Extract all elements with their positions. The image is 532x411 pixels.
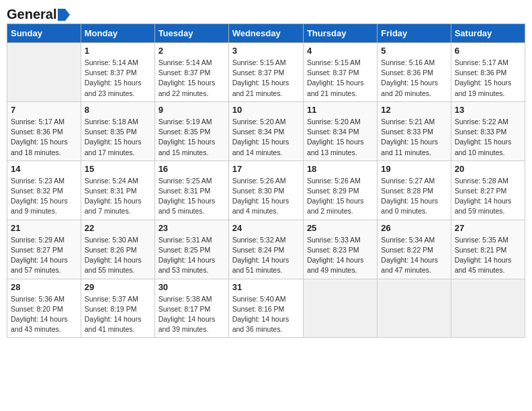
calendar-cell: 5Sunrise: 5:16 AM Sunset: 8:36 PM Daylig… [378,43,451,102]
weekday-header-tuesday: Tuesday [154,24,228,43]
logo-general: General [7,7,56,22]
calendar-cell: 11Sunrise: 5:20 AM Sunset: 8:34 PM Dayli… [303,101,377,161]
calendar-cell: 4Sunrise: 5:15 AM Sunset: 8:37 PM Daylig… [303,43,377,102]
calendar-cell: 21Sunrise: 5:29 AM Sunset: 8:27 PM Dayli… [7,220,81,279]
calendar-cell: 31Sunrise: 5:40 AM Sunset: 8:16 PM Dayli… [228,279,303,338]
day-info: Sunrise: 5:38 AM Sunset: 8:17 PM Dayligh… [159,294,225,335]
day-number: 9 [159,105,225,115]
header: General [7,7,525,19]
calendar-cell [451,279,525,338]
day-info: Sunrise: 5:34 AM Sunset: 8:22 PM Dayligh… [381,235,447,276]
calendar-table: SundayMondayTuesdayWednesdayThursdayFrid… [7,24,525,338]
day-number: 17 [232,164,300,174]
day-info: Sunrise: 5:17 AM Sunset: 8:36 PM Dayligh… [455,58,521,99]
day-info: Sunrise: 5:20 AM Sunset: 8:34 PM Dayligh… [307,117,373,158]
weekday-header-saturday: Saturday [451,24,525,43]
day-info: Sunrise: 5:31 AM Sunset: 8:25 PM Dayligh… [159,235,225,276]
weekday-header-sunday: Sunday [7,24,81,43]
day-number: 13 [455,105,521,115]
day-number: 19 [381,164,447,174]
calendar-cell: 27Sunrise: 5:35 AM Sunset: 8:21 PM Dayli… [451,220,525,279]
weekday-header-wednesday: Wednesday [228,24,303,43]
day-number: 22 [85,223,151,233]
day-number: 18 [307,164,373,174]
day-info: Sunrise: 5:32 AM Sunset: 8:24 PM Dayligh… [232,235,300,276]
calendar-cell: 2Sunrise: 5:14 AM Sunset: 8:37 PM Daylig… [154,43,228,102]
day-info: Sunrise: 5:22 AM Sunset: 8:33 PM Dayligh… [455,117,521,158]
calendar-cell: 24Sunrise: 5:32 AM Sunset: 8:24 PM Dayli… [228,220,303,279]
day-number: 23 [159,223,225,233]
day-info: Sunrise: 5:16 AM Sunset: 8:36 PM Dayligh… [381,58,447,99]
day-info: Sunrise: 5:15 AM Sunset: 8:37 PM Dayligh… [232,58,300,99]
weekday-header-monday: Monday [81,24,154,43]
calendar-cell: 30Sunrise: 5:38 AM Sunset: 8:17 PM Dayli… [154,279,228,338]
calendar-cell: 1Sunrise: 5:14 AM Sunset: 8:37 PM Daylig… [81,43,154,102]
calendar-cell: 22Sunrise: 5:30 AM Sunset: 8:26 PM Dayli… [81,220,154,279]
day-number: 11 [307,105,373,115]
calendar-cell: 7Sunrise: 5:17 AM Sunset: 8:36 PM Daylig… [7,101,81,161]
day-info: Sunrise: 5:17 AM Sunset: 8:36 PM Dayligh… [11,117,77,158]
day-number: 7 [11,105,77,115]
weekday-header-thursday: Thursday [303,24,377,43]
day-info: Sunrise: 5:29 AM Sunset: 8:27 PM Dayligh… [11,235,77,276]
day-number: 8 [85,105,151,115]
calendar-cell [7,43,81,102]
calendar-cell: 17Sunrise: 5:26 AM Sunset: 8:30 PM Dayli… [228,161,303,220]
day-number: 1 [85,46,151,56]
day-number: 28 [11,282,77,292]
day-number: 2 [159,46,225,56]
day-info: Sunrise: 5:35 AM Sunset: 8:21 PM Dayligh… [455,235,521,276]
calendar-cell: 9Sunrise: 5:19 AM Sunset: 8:35 PM Daylig… [154,101,228,161]
calendar-cell [303,279,377,338]
calendar-cell: 26Sunrise: 5:34 AM Sunset: 8:22 PM Dayli… [378,220,451,279]
day-info: Sunrise: 5:26 AM Sunset: 8:29 PM Dayligh… [307,176,373,217]
svg-marker-0 [58,9,70,21]
day-number: 31 [232,282,300,292]
day-info: Sunrise: 5:14 AM Sunset: 8:37 PM Dayligh… [159,58,225,99]
day-number: 5 [381,46,447,56]
calendar-cell: 13Sunrise: 5:22 AM Sunset: 8:33 PM Dayli… [451,101,525,161]
calendar-cell: 12Sunrise: 5:21 AM Sunset: 8:33 PM Dayli… [378,101,451,161]
day-number: 6 [455,46,521,56]
day-number: 20 [455,164,521,174]
calendar-cell: 25Sunrise: 5:33 AM Sunset: 8:23 PM Dayli… [303,220,377,279]
calendar-cell: 19Sunrise: 5:27 AM Sunset: 8:28 PM Dayli… [378,161,451,220]
day-info: Sunrise: 5:21 AM Sunset: 8:33 PM Dayligh… [381,117,447,158]
calendar-cell: 28Sunrise: 5:36 AM Sunset: 8:20 PM Dayli… [7,279,81,338]
calendar-cell: 18Sunrise: 5:26 AM Sunset: 8:29 PM Dayli… [303,161,377,220]
day-info: Sunrise: 5:30 AM Sunset: 8:26 PM Dayligh… [85,235,151,276]
day-number: 24 [232,223,300,233]
calendar-cell [378,279,451,338]
calendar-cell: 15Sunrise: 5:24 AM Sunset: 8:31 PM Dayli… [81,161,154,220]
day-number: 21 [11,223,77,233]
calendar-cell: 10Sunrise: 5:20 AM Sunset: 8:34 PM Dayli… [228,101,303,161]
day-number: 27 [455,223,521,233]
day-info: Sunrise: 5:14 AM Sunset: 8:37 PM Dayligh… [85,58,151,99]
day-info: Sunrise: 5:25 AM Sunset: 8:31 PM Dayligh… [159,176,225,217]
day-info: Sunrise: 5:18 AM Sunset: 8:35 PM Dayligh… [85,117,151,158]
day-info: Sunrise: 5:26 AM Sunset: 8:30 PM Dayligh… [232,176,300,217]
day-number: 16 [159,164,225,174]
day-info: Sunrise: 5:36 AM Sunset: 8:20 PM Dayligh… [11,294,77,335]
calendar-cell: 14Sunrise: 5:23 AM Sunset: 8:32 PM Dayli… [7,161,81,220]
day-info: Sunrise: 5:37 AM Sunset: 8:19 PM Dayligh… [85,294,151,335]
day-info: Sunrise: 5:20 AM Sunset: 8:34 PM Dayligh… [232,117,300,158]
day-number: 25 [307,223,373,233]
day-info: Sunrise: 5:24 AM Sunset: 8:31 PM Dayligh… [85,176,151,217]
day-info: Sunrise: 5:40 AM Sunset: 8:16 PM Dayligh… [232,294,300,335]
day-number: 15 [85,164,151,174]
calendar-cell: 23Sunrise: 5:31 AM Sunset: 8:25 PM Dayli… [154,220,228,279]
day-info: Sunrise: 5:15 AM Sunset: 8:37 PM Dayligh… [307,58,373,99]
day-number: 10 [232,105,300,115]
day-number: 26 [381,223,447,233]
calendar-cell: 16Sunrise: 5:25 AM Sunset: 8:31 PM Dayli… [154,161,228,220]
day-info: Sunrise: 5:19 AM Sunset: 8:35 PM Dayligh… [159,117,225,158]
day-info: Sunrise: 5:33 AM Sunset: 8:23 PM Dayligh… [307,235,373,276]
day-info: Sunrise: 5:28 AM Sunset: 8:27 PM Dayligh… [455,176,521,217]
day-info: Sunrise: 5:23 AM Sunset: 8:32 PM Dayligh… [11,176,77,217]
calendar-cell: 3Sunrise: 5:15 AM Sunset: 8:37 PM Daylig… [228,43,303,102]
day-number: 29 [85,282,151,292]
weekday-header-friday: Friday [378,24,451,43]
calendar-cell: 6Sunrise: 5:17 AM Sunset: 8:36 PM Daylig… [451,43,525,102]
calendar-cell: 8Sunrise: 5:18 AM Sunset: 8:35 PM Daylig… [81,101,154,161]
